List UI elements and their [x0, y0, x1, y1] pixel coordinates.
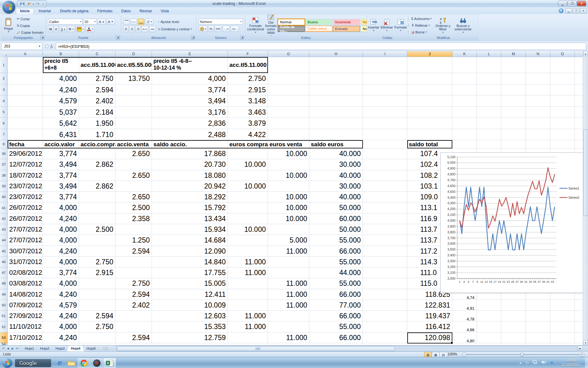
cell-H49[interactable]: 66.000 [309, 289, 363, 300]
cell-G40[interactable]: 10.000 [268, 192, 309, 202]
cell-A8[interactable]: fecha [8, 140, 43, 148]
cell-B2[interactable]: 4,000 [43, 73, 79, 84]
row-header-36[interactable]: 36 [0, 148, 8, 159]
find-select-button[interactable]: Buscar y seleccionar▾ [453, 17, 473, 34]
tab-datos[interactable]: Datos [118, 9, 134, 14]
cell-D41[interactable]: 2.500 [115, 202, 152, 213]
shrink-font-button[interactable]: A▼ [107, 19, 115, 25]
orientation-icon[interactable]: ab▾ [145, 19, 153, 25]
cell-A41[interactable]: 26/07/2012 [8, 202, 43, 213]
cell-G48[interactable]: 11.000 [268, 278, 309, 289]
cell-G38[interactable]: 10.000 [268, 170, 309, 181]
cell-K50[interactable]: 4,91 [452, 300, 477, 311]
row-header-6[interactable]: 6 [0, 118, 8, 129]
vertical-scroll-thumb[interactable] [583, 129, 588, 216]
grow-font-button[interactable]: A▲ [98, 19, 106, 25]
sheet-tab-hoja5[interactable]: Hoja5 [83, 346, 100, 351]
style-entrada[interactable]: Entrada [333, 26, 360, 32]
select-all-corner[interactable] [0, 51, 8, 57]
cell-E45[interactable]: 12.090 [152, 246, 228, 257]
cell-E4[interactable]: 3,494 [152, 95, 228, 107]
cell-G42[interactable]: 10.000 [268, 213, 309, 224]
cell-E50[interactable]: 10.009 [152, 300, 228, 311]
sheet-tab-hoja4[interactable]: Hoja4 [67, 346, 84, 351]
cell-H40[interactable]: 40.000 [309, 192, 363, 202]
merge-center-button[interactable]: ⧈Combinar y centrar▾ [157, 26, 193, 32]
cell-B4[interactable]: 4,579 [43, 95, 79, 107]
tab-insertar[interactable]: Insertar [35, 9, 55, 14]
next-sheet-icon[interactable]: ▶ [10, 346, 15, 351]
cell-F4[interactable]: 3.148 [228, 95, 268, 107]
col-header-A[interactable]: A [8, 51, 43, 57]
cell-D42[interactable]: 2.358 [115, 213, 152, 224]
cell-F5[interactable]: 3.463 [228, 107, 268, 118]
cell-F6[interactable]: 3.879 [228, 118, 268, 129]
tray-volume-icon[interactable] [541, 360, 546, 366]
cell-B41[interactable]: 4,000 [43, 202, 79, 213]
cell-E42[interactable]: 13.434 [152, 213, 228, 224]
decrease-indent-ic[interactable]: ⇤≡ [142, 26, 148, 32]
cell-F51[interactable]: 11.000 [228, 311, 268, 321]
prev-sheet-icon[interactable]: ◀ [6, 346, 10, 351]
tray-dropbox-icon[interactable]: ❖ [550, 360, 554, 365]
cell-H48[interactable]: 55.000 [309, 278, 363, 289]
format-painter-button[interactable]: 🖉Copiar formato [16, 29, 45, 36]
align-center-icon[interactable]: ☰ [130, 26, 135, 32]
cell-C8[interactable]: accio.compra [79, 140, 115, 148]
cell-H52[interactable]: 55.000 [309, 321, 363, 332]
zoom-out-icon[interactable]: − [462, 352, 466, 357]
cell-D2[interactable]: 13.750 [115, 73, 152, 84]
cell-F8[interactable]: euros compra [228, 140, 268, 148]
zoom-in-icon[interactable]: + [580, 352, 584, 357]
clear-button[interactable]: ◪Borrar▾ [410, 29, 433, 35]
cell-H38[interactable]: 40.000 [309, 170, 363, 181]
cell-A47[interactable]: 02/08/2012 [8, 267, 43, 278]
cell-J50[interactable]: 122.831 [407, 300, 452, 311]
cell-F52[interactable]: 11.000 [228, 321, 268, 332]
cell-E53[interactable]: 12.759 [152, 332, 228, 343]
help-icon[interactable]: ? [559, 8, 564, 13]
col-header-O[interactable]: O [550, 51, 575, 57]
tray-network-icon[interactable] [533, 360, 537, 366]
col-header-I[interactable]: I [363, 51, 407, 57]
row-header-5[interactable]: 5 [0, 107, 8, 118]
font-size-select[interactable]: 20▾ [83, 19, 97, 25]
cell-E3[interactable]: 3,774 [152, 84, 228, 96]
cell-G36[interactable]: 10.000 [268, 148, 309, 159]
cell-A52[interactable]: 11/10/2012 [8, 321, 43, 332]
cell-H41[interactable]: 50.000 [309, 202, 363, 213]
cell-E46[interactable]: 14.840 [152, 257, 228, 267]
style-celda-de-co-[interactable]: Celda de co... [278, 26, 305, 32]
increase-indent-icon[interactable]: ⇥≡ [149, 26, 156, 32]
col-header-C[interactable]: C [79, 51, 115, 57]
style-normal[interactable]: Normal [278, 19, 305, 25]
cell-C47[interactable]: 2.915 [79, 267, 115, 278]
cell-E52[interactable]: 15.353 [152, 321, 228, 332]
row-header-2[interactable]: 2 [0, 73, 8, 84]
row-header-46[interactable]: 46 [0, 257, 8, 267]
row-header-45[interactable]: 45 [0, 246, 8, 257]
row-header-1[interactable]: 1 [0, 57, 8, 73]
cell-B5[interactable]: 5,037 [43, 107, 79, 118]
align-bottom-icon[interactable]: ▁▁ [138, 19, 145, 25]
align-middle-icon[interactable]: ── [130, 19, 137, 25]
cell-G44[interactable]: 5.000 [268, 235, 309, 246]
cell-E5[interactable]: 3,176 [152, 107, 228, 118]
style-incorrecto[interactable]: Incorrecto [333, 19, 360, 25]
cell-B39[interactable]: 3,494 [43, 181, 79, 192]
spreadsheet-grid[interactable]: ABCDEFGHIJKLMNO1234567836373839404142434… [0, 51, 583, 345]
increase-decimal-icon[interactable]: ←.0 [223, 26, 230, 32]
cell-D53[interactable]: 2.594 [115, 332, 152, 343]
cell-E47[interactable]: 17.755 [152, 267, 228, 278]
cell-C43[interactable]: 2.500 [79, 224, 115, 235]
cell-C3[interactable]: 2.594 [79, 84, 115, 96]
cell-A43[interactable]: 27/07/2012 [8, 224, 43, 235]
alignment-dialog-launcher-icon[interactable]: ◢ [191, 36, 195, 40]
embedded-chart[interactable]: 3,0003,1003,2003,3003,4003,5003,6003,700… [440, 152, 583, 293]
cell-A51[interactable]: 27/09/2012 [8, 311, 43, 321]
cell-H45[interactable]: 66.000 [309, 246, 363, 257]
cell-H8[interactable]: saldo euros [309, 140, 363, 148]
row-header-8[interactable]: 8 [0, 140, 8, 148]
cell-C7[interactable]: 1.710 [79, 129, 115, 140]
col-header-M[interactable]: M [501, 51, 526, 57]
